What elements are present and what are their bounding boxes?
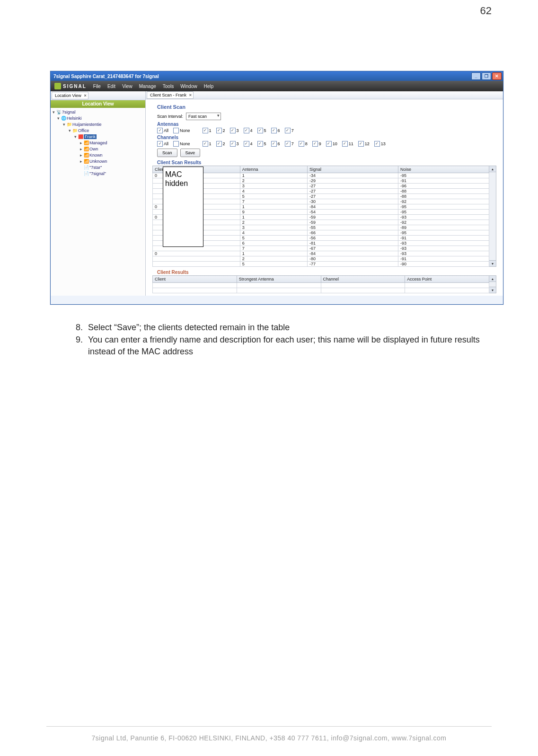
- antenna-checkbox[interactable]: 3: [230, 128, 239, 133]
- minimize-button[interactable]: _: [471, 72, 481, 80]
- close-icon[interactable]: ×: [189, 93, 192, 97]
- antenna-all-checkbox[interactable]: All: [157, 128, 168, 133]
- tree-node[interactable]: ▸📶Managed: [52, 140, 144, 146]
- channel-none-checkbox[interactable]: None: [173, 141, 190, 147]
- channel-checkbox[interactable]: 7: [285, 141, 294, 147]
- scrollbar[interactable]: ▴ ▾: [489, 275, 496, 293]
- channel-checkbox[interactable]: 5: [257, 141, 266, 147]
- channel-checkbox[interactable]: 10: [326, 141, 337, 147]
- client-results: Client Results ClientStrongest AntennaCh…: [152, 270, 496, 293]
- titlebar: 7signal Sapphire Carat_2147483647 for 7s…: [51, 71, 503, 81]
- client-results-title: Client Results: [157, 270, 492, 275]
- table-row[interactable]: 2-80-91: [153, 256, 489, 262]
- channel-checkbox[interactable]: 2: [216, 141, 225, 147]
- menu-manage[interactable]: Manage: [139, 84, 156, 89]
- tree-node[interactable]: ▸📶Own: [52, 146, 144, 152]
- sidebar-title: Location View: [51, 100, 145, 108]
- app-window: 7signal Sapphire Carat_2147483647 for 7s…: [50, 71, 503, 305]
- client-scan-title: Client Scan: [157, 104, 492, 110]
- maximize-button[interactable]: ❐: [482, 72, 491, 80]
- column-header[interactable]: Client: [153, 276, 237, 283]
- tree-node[interactable]: ▾📡7signal: [52, 109, 144, 115]
- tab-location-view[interactable]: Location View ×: [52, 92, 88, 99]
- scan-interval-select[interactable]: Fast scan: [186, 113, 221, 120]
- channel-checkbox[interactable]: 8: [299, 141, 308, 147]
- column-header[interactable]: Signal: [308, 166, 398, 173]
- scroll-up-icon[interactable]: ▴: [489, 166, 496, 172]
- tree-node[interactable]: ▾🟥Frank: [52, 134, 144, 140]
- scan-button[interactable]: Scan: [157, 149, 177, 157]
- channel-checkbox[interactable]: 1: [203, 141, 212, 147]
- tree-node[interactable]: ▸📶Unknown: [52, 158, 144, 165]
- tree-node[interactable]: ▾🌐Helsinki: [52, 115, 144, 122]
- scroll-down-icon[interactable]: ▾: [489, 260, 496, 266]
- channel-checkbox[interactable]: 4: [244, 141, 253, 147]
- antenna-checkbox[interactable]: 6: [271, 128, 280, 133]
- brand-name: SIGNAL: [63, 84, 87, 89]
- tab-label: Client Scan - Frank: [150, 93, 186, 97]
- column-header[interactable]: Strongest Antenna: [237, 276, 321, 283]
- tree-node[interactable]: 📄"7signal": [52, 171, 144, 177]
- antenna-none-checkbox[interactable]: None: [173, 128, 190, 133]
- menu-window[interactable]: Window: [180, 84, 197, 89]
- scroll-down-icon[interactable]: ▾: [489, 287, 496, 293]
- logo-icon: [54, 83, 61, 89]
- main-panel: Client Scan - Frank × Client Scan Scan I…: [146, 91, 503, 296]
- column-header[interactable]: Antenna: [240, 166, 307, 173]
- channel-all-checkbox[interactable]: All: [157, 141, 168, 147]
- menu-edit[interactable]: Edit: [107, 84, 115, 89]
- close-button[interactable]: ✕: [492, 72, 502, 80]
- tree-node[interactable]: ▸📶Known: [52, 152, 144, 158]
- menubar: SIGNAL File Edit View Manage Tools Windo…: [51, 81, 503, 91]
- app-logo: SIGNAL: [54, 83, 87, 89]
- menu-view[interactable]: View: [122, 84, 132, 89]
- client-scan-results: Client Scan Results Client MACAntennaSig…: [152, 160, 496, 267]
- location-tree[interactable]: ▾📡7signal▾🌐Helsinki▾📁Huijamiestentie▾📁Of…: [51, 108, 145, 296]
- save-button[interactable]: Save: [180, 149, 201, 157]
- antenna-checkbox[interactable]: 7: [285, 128, 294, 133]
- scan-interval-label: Scan Interval:: [157, 114, 183, 119]
- channel-checkbox[interactable]: 9: [312, 141, 321, 147]
- tree-node[interactable]: ▾📁Office: [52, 128, 144, 134]
- close-icon[interactable]: ×: [84, 93, 87, 98]
- channel-checkbox[interactable]: 3: [230, 141, 239, 147]
- table-row[interactable]: [153, 283, 489, 288]
- antenna-checkbox[interactable]: 4: [244, 128, 253, 133]
- client-results-table[interactable]: ClientStrongest AntennaChannelAccess Poi…: [152, 275, 489, 293]
- channel-checkbox[interactable]: 13: [374, 141, 386, 147]
- antenna-checkbox[interactable]: 2: [216, 128, 225, 133]
- footer-divider: [46, 726, 492, 727]
- list-item: You can enter a friendly name and descri…: [85, 334, 492, 357]
- channel-checkbox[interactable]: 12: [358, 141, 370, 147]
- column-header[interactable]: Noise: [398, 166, 489, 173]
- channel-checkbox[interactable]: 11: [342, 141, 353, 147]
- table-row[interactable]: [153, 288, 489, 293]
- channel-checkbox[interactable]: 6: [271, 141, 280, 147]
- tab-client-scan[interactable]: Client Scan - Frank ×: [147, 91, 194, 99]
- page-number: 62: [480, 5, 492, 17]
- menu-help[interactable]: Help: [204, 84, 214, 89]
- table-row[interactable]: 5-77-90: [153, 262, 489, 267]
- menu-tools[interactable]: Tools: [163, 84, 174, 89]
- antennas-label: Antennas: [157, 122, 492, 127]
- sidebar: Location View × Location View ▾📡7signal▾…: [51, 91, 146, 296]
- results-title: Client Scan Results: [157, 160, 492, 165]
- table-row[interactable]: 01-84-93: [153, 251, 489, 256]
- menu-file[interactable]: File: [93, 84, 101, 89]
- antenna-checkbox[interactable]: 1: [203, 128, 212, 133]
- column-header[interactable]: Channel: [321, 276, 405, 283]
- antenna-checkbox[interactable]: 5: [257, 128, 266, 133]
- tree-node[interactable]: 📄"7star": [52, 165, 144, 171]
- annotation-line: hidden: [165, 179, 201, 188]
- tab-label: Location View: [55, 93, 81, 98]
- instruction-list: Select “Save”; the clients detected rema…: [73, 322, 492, 357]
- scroll-up-icon[interactable]: ▴: [489, 276, 496, 282]
- mac-hidden-annotation: MAC hidden: [163, 167, 203, 247]
- channels-label: Channels: [157, 135, 492, 140]
- annotation-line: MAC: [165, 170, 201, 179]
- tree-node[interactable]: ▾📁Huijamiestentie: [52, 122, 144, 128]
- scrollbar[interactable]: ▴ ▾: [489, 166, 496, 267]
- list-item: Select “Save”; the clients detected rema…: [85, 322, 492, 333]
- page-footer: 7signal Ltd, Panuntie 6, FI-00620 HELSIN…: [0, 734, 538, 742]
- column-header[interactable]: Access Point: [405, 276, 489, 283]
